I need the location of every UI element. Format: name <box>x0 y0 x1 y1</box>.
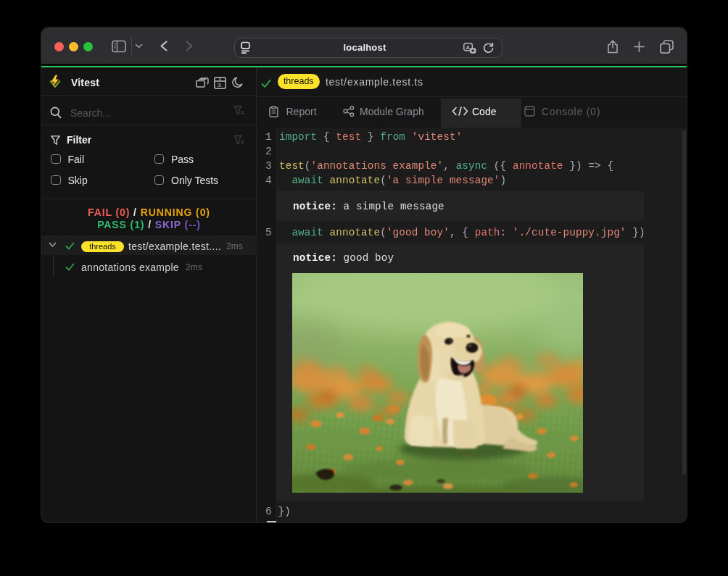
svg-text:★: ★ <box>471 48 475 53</box>
svg-text:3l.: 3l. <box>217 81 223 88</box>
svg-text:A: A <box>466 43 470 50</box>
